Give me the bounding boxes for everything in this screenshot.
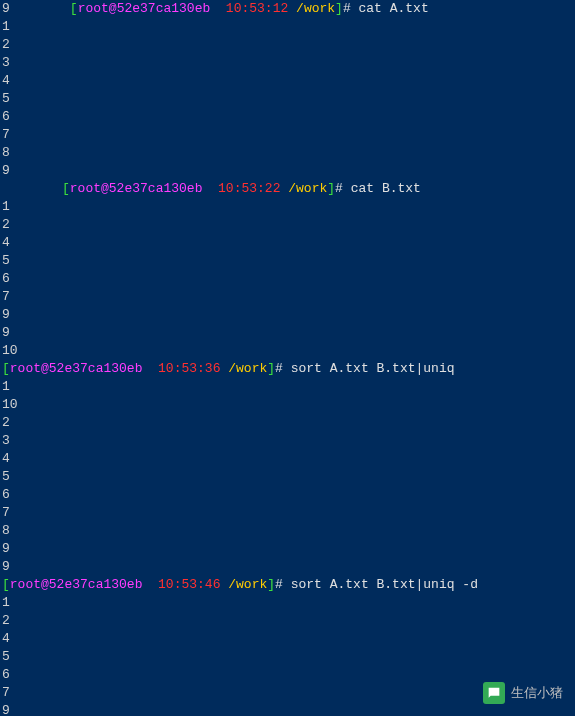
output-text: 4 [0, 234, 10, 252]
path: /work [228, 361, 267, 376]
time: 10:53:22 [202, 181, 288, 196]
prompt-line[interactable]: [root@52e37ca130eb 10:53:46 /work]# sort… [0, 576, 575, 594]
output-line: 7 [0, 126, 575, 144]
output-line: 7 [0, 288, 575, 306]
output-text: 6 [0, 666, 10, 684]
output-text: 10 [0, 342, 18, 360]
output-text: 4 [0, 450, 10, 468]
cmd: # sort A.txt B.txt|uniq -d [275, 577, 478, 592]
output-line: 5 [0, 468, 575, 486]
output-line: 4 [0, 234, 575, 252]
prompt: [root@52e37ca130eb 10:53:36 /work]# sort… [2, 360, 455, 378]
path: /work [288, 181, 327, 196]
output-line: 9 [0, 162, 575, 180]
output-line: 6 [0, 108, 575, 126]
time: 10:53:46 [142, 577, 228, 592]
output-line: 5 [0, 252, 575, 270]
output-text: 2 [0, 216, 10, 234]
output-line: 5 [0, 648, 575, 666]
output-text: 6 [0, 108, 10, 126]
output-text: 8 [0, 522, 10, 540]
output-text: 9 [0, 558, 10, 576]
output-line: 7 [0, 504, 575, 522]
output-line: 4 [0, 72, 575, 90]
prompt: [root@52e37ca130eb 10:53:22 /work]# cat … [2, 180, 421, 198]
watermark-text: 生信小猪 [511, 684, 563, 702]
prompt: [root@52e37ca130eb 10:53:46 /work]# sort… [2, 576, 478, 594]
output-text: 5 [0, 468, 10, 486]
time: 10:53:12 [210, 1, 296, 16]
path: /work [296, 1, 335, 16]
output-text: 7 [0, 126, 10, 144]
output-text: 5 [0, 90, 10, 108]
output-text: 2 [0, 36, 10, 54]
output-line: 10 [0, 342, 575, 360]
output-line: 9 [0, 306, 575, 324]
output-text: 2 [0, 612, 10, 630]
user-host: root@52e37ca130eb [78, 1, 211, 16]
user-host: root@52e37ca130eb [10, 577, 143, 592]
output-line: 4 [0, 630, 575, 648]
output-line: 2 [0, 216, 575, 234]
output-text: 5 [0, 648, 10, 666]
output-text: 9 [0, 306, 10, 324]
bracket: ] [267, 577, 275, 592]
cmd: # cat B.txt [335, 181, 421, 196]
output-text: 3 [0, 54, 10, 72]
output-line: 1 [0, 594, 575, 612]
bracket: [ [62, 181, 70, 196]
output-line: 9 [0, 540, 575, 558]
output-line: 9 [0, 558, 575, 576]
cmd: # cat A.txt [343, 1, 429, 16]
output-line: 6 [0, 486, 575, 504]
output-line: 2 [0, 36, 575, 54]
output-text: 2 [0, 414, 10, 432]
output-text: 1 [0, 378, 10, 396]
bracket: [ [2, 577, 10, 592]
output-text: 9 [0, 540, 10, 558]
output-text: 9 [0, 702, 10, 716]
output-text: 1 [0, 594, 10, 612]
bracket: [ [2, 361, 10, 376]
user-host: root@52e37ca130eb [10, 361, 143, 376]
output-text: 7 [0, 504, 10, 522]
output-line: 6 [0, 270, 575, 288]
output-line: 4 [0, 450, 575, 468]
output-text: 7 [0, 684, 10, 702]
output-text: 4 [0, 72, 10, 90]
output-text: 5 [0, 252, 10, 270]
user-host: root@52e37ca130eb [70, 181, 203, 196]
prompt-line[interactable]: [root@52e37ca130eb 10:53:22 /work]# cat … [0, 180, 575, 198]
time: 10:53:36 [142, 361, 228, 376]
output-line: 3 [0, 54, 575, 72]
output-prefix: 9 [0, 0, 10, 18]
output-line: 9 [0, 324, 575, 342]
prompt-line[interactable]: [root@52e37ca130eb 10:53:36 /work]# sort… [0, 360, 575, 378]
output-line: 3 [0, 432, 575, 450]
output-line: 1 [0, 378, 575, 396]
output-line: 2 [0, 612, 575, 630]
output-line: 9 [0, 702, 575, 716]
output-line: 2 [0, 414, 575, 432]
output-text: 10 [0, 396, 18, 414]
output-line: 10 [0, 396, 575, 414]
output-text: 7 [0, 288, 10, 306]
path: /work [228, 577, 267, 592]
output-text: 6 [0, 270, 10, 288]
output-text: 4 [0, 630, 10, 648]
bracket: ] [335, 1, 343, 16]
output-line: 8 [0, 144, 575, 162]
output-text: 3 [0, 432, 10, 450]
bracket: ] [267, 361, 275, 376]
output-text: 8 [0, 144, 10, 162]
output-text: 1 [0, 18, 10, 36]
terminal[interactable]: 9[root@52e37ca130eb 10:53:12 /work]# cat… [0, 0, 575, 716]
prompt-line[interactable]: 9[root@52e37ca130eb 10:53:12 /work]# cat… [0, 0, 575, 18]
watermark: 生信小猪 [483, 682, 563, 704]
output-line: 5 [0, 90, 575, 108]
output-text: 1 [0, 198, 10, 216]
bracket: [ [70, 1, 78, 16]
output-text: 9 [0, 324, 10, 342]
prompt: [root@52e37ca130eb 10:53:12 /work]# cat … [10, 0, 429, 18]
output-text: 6 [0, 486, 10, 504]
